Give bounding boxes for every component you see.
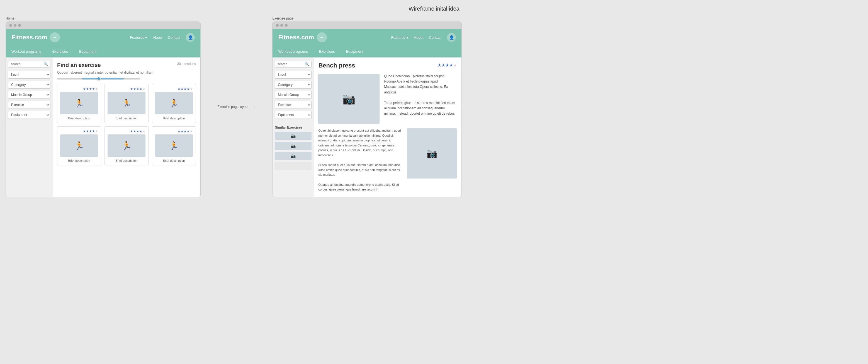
exercise-card-1[interactable]: ★ ★ ★ ★ ★ 🏃 Brief description bbox=[57, 84, 101, 123]
right-logo-icon: → bbox=[317, 32, 327, 43]
right-sidebar: 🔍 Level Catergory Muscle Group Exercise bbox=[273, 57, 314, 197]
star-1: ★ bbox=[178, 130, 181, 133]
right-search-input[interactable] bbox=[277, 62, 305, 66]
main-title: Wireframe inital idea bbox=[6, 6, 862, 12]
star-1: ★ bbox=[130, 87, 133, 91]
left-filter-exercise[interactable]: Exercise bbox=[8, 101, 51, 109]
stars-5: ★ ★ ★ ★ ★ bbox=[107, 130, 146, 133]
left-filter-category[interactable]: Catergory bbox=[8, 81, 51, 89]
exercise-card-2[interactable]: ★ ★ ★ ★ ★ 🏃 Brief description bbox=[104, 84, 149, 123]
right-filter-category[interactable]: Catergory bbox=[275, 81, 312, 89]
star-1: ★ bbox=[130, 130, 133, 133]
exercise-card-3[interactable]: ★ ★ ★ ★ ★ 🏃 Brief description bbox=[152, 84, 196, 123]
left-search-box[interactable]: 🔍 bbox=[8, 61, 51, 67]
range-bar[interactable] bbox=[57, 78, 141, 80]
detail-header: Bench press ★ ★ ★ ★ ★ bbox=[318, 62, 457, 69]
star-3: ★ bbox=[184, 87, 187, 91]
browser-dot-r2 bbox=[280, 24, 283, 27]
left-filter-level[interactable]: Level bbox=[8, 71, 51, 79]
star-5: ★ bbox=[143, 87, 146, 91]
star-3: ★ bbox=[184, 130, 187, 133]
right-user-icon[interactable]: 👤 bbox=[447, 33, 456, 42]
similar-card-1[interactable]: 📷 bbox=[275, 132, 312, 140]
stars-6: ★ ★ ★ ★ ★ bbox=[155, 130, 193, 133]
card-desc-3: Brief description bbox=[155, 117, 193, 120]
browser-dot-r3 bbox=[285, 24, 287, 27]
exercise-card-6[interactable]: ★ ★ ★ ★ ★ 🏃 Brief description bbox=[152, 127, 196, 165]
left-logo: Fitness.com → bbox=[11, 32, 60, 43]
detail-top-text: Quod Enchiridion Epictetus stoici scrips… bbox=[384, 74, 457, 124]
left-filter-muscle[interactable]: Muscle Group bbox=[8, 91, 51, 99]
detail-text-2: Tanta petere igitur, ne sineres memini f… bbox=[384, 101, 457, 117]
browser-chrome-left bbox=[6, 22, 200, 29]
right-subnav-equipment[interactable]: Equipment bbox=[346, 48, 363, 55]
star-3: ★ bbox=[89, 87, 92, 91]
star-5: ★ bbox=[95, 87, 98, 91]
star-3: ★ bbox=[136, 87, 139, 91]
range-thumb[interactable] bbox=[97, 77, 101, 81]
card-desc-2: Brief description bbox=[107, 117, 146, 120]
left-main-content: Find an exercise 30 exercises Quodsi hab… bbox=[53, 57, 200, 197]
right-nav-contact[interactable]: Contact bbox=[429, 35, 442, 39]
content-header: Find an exercise 30 exercises bbox=[57, 62, 196, 68]
search-icon: 🔍 bbox=[44, 62, 48, 66]
star-5: ★ bbox=[95, 130, 98, 133]
card-image-5: 🏃 bbox=[107, 135, 146, 157]
star-2: ★ bbox=[133, 87, 136, 91]
star-4: ★ bbox=[187, 130, 190, 133]
left-subnav-equipment[interactable]: Equipment bbox=[79, 48, 96, 55]
card-image-6: 🏃 bbox=[155, 135, 193, 157]
right-filter-level[interactable]: Level bbox=[275, 71, 312, 79]
star-2: ★ bbox=[133, 130, 136, 133]
right-logo-text: Fitness.com bbox=[278, 34, 314, 41]
similar-card-4[interactable] bbox=[275, 162, 312, 170]
exercise-detail: Bench press ★ ★ ★ ★ ★ 📷 Quod Enchiridion bbox=[314, 57, 461, 197]
star-2: ★ bbox=[86, 130, 89, 133]
detail-small-image: 📷 bbox=[407, 128, 457, 178]
left-content: 🔍 Level Catergory Muscle Group Exercise bbox=[6, 57, 200, 197]
left-logo-icon: → bbox=[50, 32, 60, 43]
detail-stars: ★ ★ ★ ★ ★ bbox=[437, 62, 457, 68]
browser-dot-2 bbox=[14, 24, 17, 27]
left-nav-contact[interactable]: Contact bbox=[168, 35, 180, 39]
star-5: ★ bbox=[190, 130, 193, 133]
left-search-input[interactable] bbox=[10, 62, 44, 66]
left-browser-window: Fitness.com → Features ▾ About Contact 👤… bbox=[6, 22, 200, 197]
similar-card-3[interactable]: 📷 bbox=[275, 152, 312, 160]
left-sidebar: 🔍 Level Catergory Muscle Group Exercise bbox=[6, 57, 53, 197]
right-site-nav: Features ▾ About Contact 👤 bbox=[391, 33, 456, 42]
range-fill bbox=[82, 78, 124, 80]
right-browser-window: Fitness.com → Features ▾ About Contact 👤… bbox=[272, 22, 462, 197]
left-subnav-exercises[interactable]: Exercises bbox=[52, 48, 68, 55]
left-nav-features[interactable]: Features ▾ bbox=[130, 35, 147, 39]
exercise-grid: ★ ★ ★ ★ ★ 🏃 Brief description ★ bbox=[57, 84, 196, 165]
left-nav-about[interactable]: About bbox=[153, 35, 162, 39]
left-logo-text: Fitness.com bbox=[11, 34, 47, 41]
right-nav-about[interactable]: About bbox=[414, 35, 424, 39]
right-filter-muscle[interactable]: Muscle Group bbox=[275, 91, 312, 99]
exercise-card-5[interactable]: ★ ★ ★ ★ ★ 🏃 Brief description bbox=[104, 127, 149, 165]
detail-star-2: ★ bbox=[441, 62, 445, 68]
left-filter-equipment[interactable]: Equipment bbox=[8, 111, 51, 119]
card-image-3: 🏃 bbox=[155, 92, 193, 114]
right-site-header: Fitness.com → Features ▾ About Contact 👤 bbox=[273, 29, 461, 46]
right-subnav-workout[interactable]: Workout programs bbox=[278, 48, 308, 55]
exercise-title: Bench press bbox=[318, 62, 355, 69]
right-nav-features[interactable]: Features ▾ bbox=[391, 35, 408, 39]
right-subnav-exercises[interactable]: Exercises bbox=[319, 48, 335, 55]
detail-body-text: Quae tibi placent quicunq prosunt aut di… bbox=[318, 128, 402, 192]
card-desc-4: Brief description bbox=[60, 159, 98, 162]
star-1: ★ bbox=[178, 87, 181, 91]
exercise-card-4[interactable]: ★ ★ ★ ★ ★ 🏃 Brief description bbox=[57, 127, 101, 165]
right-search-box[interactable]: 🔍 bbox=[275, 61, 312, 67]
left-user-icon[interactable]: 👤 bbox=[186, 33, 195, 42]
arrow-annotation: Exercise page layout → bbox=[212, 104, 261, 110]
right-filter-equipment[interactable]: Equipment bbox=[275, 111, 312, 119]
similar-card-2[interactable]: 📷 bbox=[275, 142, 312, 150]
card-desc-6: Brief description bbox=[155, 159, 193, 162]
browser-dot-r1 bbox=[276, 24, 279, 27]
star-4: ★ bbox=[187, 87, 190, 91]
right-subnav: Workout programs Exercises Equipment bbox=[273, 46, 461, 57]
left-subnav-workout[interactable]: Workout programs bbox=[11, 48, 41, 55]
right-filter-exercise[interactable]: Exercise bbox=[275, 101, 312, 109]
